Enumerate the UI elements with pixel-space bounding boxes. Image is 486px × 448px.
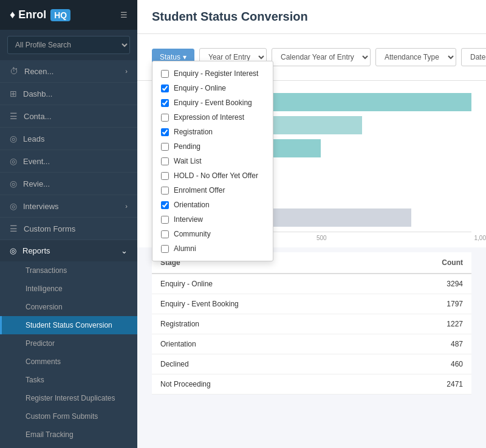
cell-count: 487 xyxy=(380,334,471,354)
dropdown-item-5[interactable]: Pending xyxy=(152,139,273,154)
cell-stage: Registration xyxy=(152,314,380,334)
dropdown-item-6[interactable]: Wait List xyxy=(152,154,273,168)
sidebar-sub-email-tracking[interactable]: Email Tracking xyxy=(0,426,137,444)
sidebar-sub-intelligence[interactable]: Intelligence xyxy=(0,280,137,298)
events-icon: ◎ xyxy=(10,156,17,166)
main-content: Student Status Conversion Status ▾ Year … xyxy=(137,0,486,448)
dropdown-item-2[interactable]: Enquiry - Event Booking xyxy=(152,95,273,110)
dropdown-item-0[interactable]: Enquiry - Register Interest xyxy=(152,66,273,81)
sidebar-sub-tasks[interactable]: Tasks xyxy=(0,371,137,389)
sidebar-item-reports[interactable]: ◎ Reports ⌄ xyxy=(0,240,137,261)
dropdown-item-8[interactable]: Enrolment Offer xyxy=(152,183,273,198)
checkbox-alumni[interactable] xyxy=(161,245,169,253)
checkbox-enrolment-offer[interactable] xyxy=(161,187,169,195)
sidebar-sub-conversion[interactable]: Conversion xyxy=(0,298,137,316)
cell-count: 3294 xyxy=(380,274,471,294)
status-dropdown: Enquiry - Register Interest Enquiry - On… xyxy=(152,61,273,261)
checkbox-registration[interactable] xyxy=(161,128,169,136)
sidebar: ♦ Enrol HQ ☰ All Profile Search ⏱ Recen.… xyxy=(0,0,137,448)
checkbox-enquiry-online[interactable] xyxy=(161,84,169,92)
sidebar-sub-predictor[interactable]: Predictor xyxy=(0,334,137,353)
sidebar-item-contacts[interactable]: ☰ Conta... xyxy=(0,105,137,128)
sidebar-sub-student-status[interactable]: Student Status Conversion xyxy=(0,316,137,334)
cell-stage: Enquiry - Online xyxy=(152,274,380,294)
dropdown-item-7[interactable]: HOLD - No Offer Yet Offer xyxy=(152,168,273,183)
sidebar-item-reviews[interactable]: ◎ Revie... xyxy=(0,173,137,195)
sidebar-item-dashboard[interactable]: ⊞ Dashb... xyxy=(0,83,137,105)
dropdown-item-11[interactable]: Community xyxy=(152,227,273,241)
forms-icon: ☰ xyxy=(10,224,18,233)
checkbox-pending[interactable] xyxy=(161,143,169,151)
table-row: Declined 460 xyxy=(152,354,471,374)
search-container: All Profile Search xyxy=(0,30,137,60)
cell-stage: Enquiry - Event Booking xyxy=(152,294,380,314)
profile-search[interactable]: All Profile Search xyxy=(7,36,130,54)
table-row: Enquiry - Event Booking 1797 xyxy=(152,294,471,314)
page-title: Student Status Conversion xyxy=(152,10,471,24)
attendance-type-select[interactable]: Attendance Type xyxy=(375,48,456,66)
data-table: Stage Count Enquiry - Online 3294 Enquir… xyxy=(152,252,471,395)
checkbox-interview[interactable] xyxy=(161,216,169,224)
dropdown-item-3[interactable]: Expression of Interest xyxy=(152,110,273,125)
sidebar-item-interviews[interactable]: ◎ Interviews › xyxy=(0,195,137,218)
dropdown-item-12[interactable]: Alumni xyxy=(152,241,273,256)
sidebar-header: ♦ Enrol HQ ☰ xyxy=(0,0,137,30)
data-table-section: Stage Count Enquiry - Online 3294 Enquir… xyxy=(137,247,486,448)
interviews-icon: ◎ xyxy=(10,201,17,211)
sidebar-sub-transactions[interactable]: Transactions xyxy=(0,261,137,280)
dropdown-arrow-icon: ▾ xyxy=(183,53,187,61)
chevron-interviews-icon: › xyxy=(125,202,128,210)
sidebar-sub-register-interest[interactable]: Register Interest Duplicates xyxy=(0,389,137,407)
filter-bar: Status ▾ Year of Entry Calendar Year of … xyxy=(137,34,486,81)
dropdown-item-10[interactable]: Interview xyxy=(152,212,273,227)
calendar-year-select[interactable]: Calendar Year of Entry xyxy=(272,48,371,66)
cell-stage: Declined xyxy=(152,354,380,374)
cell-stage: Orientation xyxy=(152,334,380,354)
clock-icon: ⏱ xyxy=(10,66,18,76)
table-row: Orientation 487 xyxy=(152,334,471,354)
logo: ♦ Enrol HQ xyxy=(10,9,70,21)
cell-count: 1227 xyxy=(380,314,471,334)
sidebar-sub-custom-form-submits[interactable]: Custom Form Submits xyxy=(0,407,137,426)
dropdown-item-1[interactable]: Enquiry - Online xyxy=(152,81,273,95)
cell-count: 1797 xyxy=(380,294,471,314)
cell-count: 460 xyxy=(380,354,471,374)
table-row: Enquiry - Online 3294 xyxy=(152,274,471,294)
chevron-icon: › xyxy=(125,67,128,75)
sidebar-item-events[interactable]: ◎ Event... xyxy=(0,150,137,173)
date-range-select[interactable]: Date Range xyxy=(461,48,486,66)
reports-icon: ◎ xyxy=(10,246,16,255)
dropdown-item-4[interactable]: Registration xyxy=(152,125,273,139)
checkbox-enquiry-register[interactable] xyxy=(161,70,169,78)
sidebar-sub-comments[interactable]: Comments xyxy=(0,353,137,371)
sidebar-item-leads[interactable]: ◎ Leads xyxy=(0,128,137,150)
page-header: Student Status Conversion xyxy=(137,0,486,34)
dropdown-item-9[interactable]: Orientation xyxy=(152,198,273,212)
cell-count: 2471 xyxy=(380,374,471,395)
checkbox-expression-interest[interactable] xyxy=(161,114,169,122)
table-row: Registration 1227 xyxy=(152,314,471,334)
axis-label-2: 1,00 xyxy=(474,235,486,241)
list-icon: ☰ xyxy=(10,111,18,121)
sidebar-item-recently[interactable]: ⏱ Recen... › xyxy=(0,60,137,83)
cell-stage: Not Proceeding xyxy=(152,374,380,395)
sidebar-toggle[interactable]: ☰ xyxy=(120,10,128,19)
checkbox-community[interactable] xyxy=(161,230,169,238)
reviews-icon: ◎ xyxy=(10,179,17,188)
axis-label-1: 500 xyxy=(317,235,327,241)
checkbox-enquiry-event[interactable] xyxy=(161,99,169,107)
chevron-reports-icon: ⌄ xyxy=(121,246,128,255)
table-row: Not Proceeding 2471 xyxy=(152,374,471,395)
leads-icon: ◎ xyxy=(10,134,17,143)
checkbox-wait-list[interactable] xyxy=(161,157,169,165)
checkbox-orientation[interactable] xyxy=(161,201,169,209)
sidebar-item-custom-forms[interactable]: ☰ Custom Forms xyxy=(0,218,137,240)
col-count: Count xyxy=(380,252,471,274)
grid-icon: ⊞ xyxy=(10,89,17,98)
checkbox-hold[interactable] xyxy=(161,172,169,180)
